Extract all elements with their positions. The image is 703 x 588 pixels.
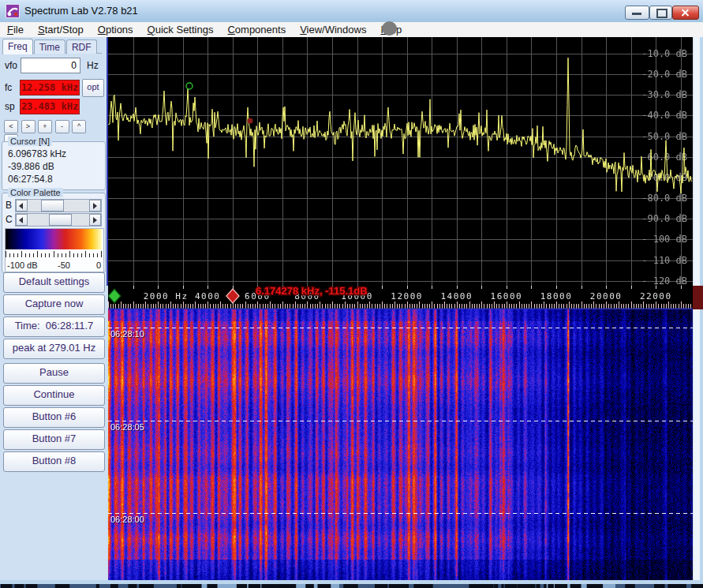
panel-button-peak-at-279-01-hz[interactable]: peak at 279.01 Hz (3, 339, 105, 359)
tab-strip: FreqTimeRDF (2, 38, 102, 54)
brightness-slider-thumb[interactable] (41, 200, 64, 212)
menu-item-components[interactable]: Components (220, 22, 293, 37)
vfo-input[interactable] (21, 58, 80, 73)
cursor-frequency-readout: 6.096783 kHz (8, 148, 66, 159)
control-panel: FreqTimeRDF vfo Hz fc 12.258 kHz opt sp … (0, 37, 107, 580)
nav-button-item[interactable]: + (38, 120, 52, 133)
menu-item-quick-settings[interactable]: Quick Settings (140, 22, 221, 37)
scale-right-end-block (693, 286, 703, 309)
contrast-slider-thumb[interactable] (49, 214, 72, 226)
tab-rdf[interactable]: RDF (66, 39, 97, 54)
tab-freq[interactable]: Freq (2, 39, 33, 54)
palette-min-label: -100 dB (7, 260, 38, 270)
slider-left-arrow-icon[interactable] (16, 200, 28, 212)
minimize-button[interactable] (625, 6, 649, 20)
nav-button-item[interactable]: - (55, 120, 69, 133)
maximize-button[interactable] (649, 6, 672, 20)
brightness-label: B (6, 200, 12, 211)
frequency-nav-buttons: <>+-^v (4, 120, 105, 133)
spectrum-lab-window: Spectrum Lab V2.78 b21 FileStart/StopOpt… (0, 0, 703, 588)
maximize-icon (656, 9, 667, 18)
contrast-label: C (6, 214, 13, 225)
menu-bar: FileStart/StopOptionsQuick SettingsCompo… (0, 22, 703, 38)
sp-label: sp (5, 101, 15, 112)
nav-button-item[interactable]: > (21, 120, 36, 133)
vfo-row: vfo Hz (0, 58, 107, 75)
vfo-unit-label: Hz (87, 60, 99, 71)
spectrum-plot-canvas[interactable] (108, 37, 693, 286)
app-logo-icon (6, 4, 20, 18)
taskbar-sliver (0, 584, 703, 588)
palette-preview-panel: -100 dB -50 0 (5, 228, 104, 272)
slider-right-arrow-icon[interactable] (89, 200, 101, 212)
waterfall-spectrogram-canvas[interactable] (108, 309, 693, 580)
panel-button-pause[interactable]: Pause (3, 363, 105, 384)
minimize-icon (632, 13, 641, 15)
panel-button-default-settings[interactable]: Default settings (3, 272, 105, 293)
palette-max-label: 0 (96, 260, 101, 270)
sp-row: sp 23.483 kHz (0, 99, 107, 116)
panel-button-button-7[interactable]: Button #7 (3, 429, 105, 450)
window-title: Spectrum Lab V2.78 b21 (24, 5, 138, 17)
status-indicator-dot (382, 21, 397, 36)
palette-ruler (6, 250, 102, 257)
tab-time[interactable]: Time (34, 39, 65, 54)
titlebar[interactable]: Spectrum Lab V2.78 b21 (0, 0, 703, 23)
palette-gradient-bar (6, 229, 102, 249)
cursor-time-readout: 06:27:54.8 (8, 174, 53, 185)
close-button[interactable] (672, 6, 699, 20)
panel-button-button-6[interactable]: Button #6 (3, 407, 105, 428)
brightness-slider-row: B (2, 199, 105, 212)
sp-value-field[interactable]: 23.483 kHz (20, 99, 80, 114)
menu-item-options[interactable]: Options (91, 22, 140, 37)
vfo-label: vfo (5, 60, 17, 71)
fc-options-button[interactable]: opt (82, 79, 104, 97)
fc-value-field[interactable]: 12.258 kHz (20, 80, 80, 96)
panel-button-continue[interactable]: Continue (3, 385, 105, 406)
palette-mid-label: -50 (58, 260, 70, 270)
contrast-slider[interactable] (15, 213, 102, 227)
slider-right-arrow-icon[interactable] (89, 214, 101, 226)
cursor-groupbox: Cursor [N] 6.096783 kHz -39.886 dB 06:27… (2, 141, 106, 190)
contrast-slider-row: C (2, 213, 105, 226)
slider-left-arrow-icon[interactable] (16, 214, 28, 226)
palette-group-title: Color Palette (8, 188, 63, 197)
frequency-scale-canvas[interactable] (108, 286, 693, 309)
cursor-level-readout: -39.886 dB (8, 161, 54, 172)
menu-item-start-stop[interactable]: Start/Stop (31, 22, 91, 37)
brightness-slider[interactable] (15, 199, 102, 212)
cursor-group-title: Cursor [N] (8, 137, 52, 146)
menu-item-view-windows[interactable]: View/Windows (293, 22, 373, 37)
menu-item-file[interactable]: File (0, 22, 31, 37)
panel-button-button-8[interactable]: Button #8 (3, 451, 105, 472)
fc-row: fc 12.258 kHz opt (0, 80, 107, 97)
nav-button-item[interactable]: ^ (72, 120, 86, 133)
fc-label: fc (5, 82, 12, 93)
panel-button-capture-now[interactable]: Capture now (3, 294, 105, 315)
nav-button-item[interactable]: < (4, 120, 18, 133)
color-palette-groupbox: Color Palette B C -10 (2, 193, 106, 273)
panel-button-time-06-28-11-7[interactable]: Time: 06:28:11.7 (3, 316, 105, 337)
